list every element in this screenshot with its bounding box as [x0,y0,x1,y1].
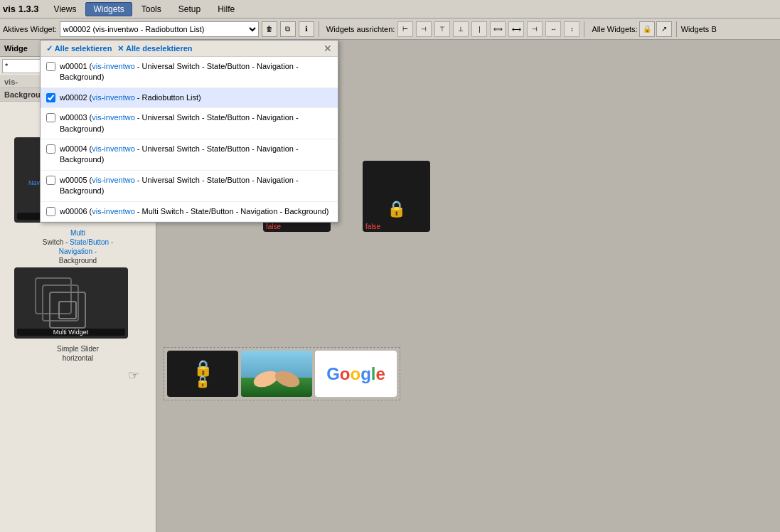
lock-all-btn[interactable]: 🔒 [639,21,655,37]
image-widget-svg [241,351,312,397]
svg-rect-8 [59,302,76,319]
dropdown-item-w00002[interactable]: w00002 (vis-inventwo - Radiobutton List) [41,88,338,108]
svg-text:Nav: Nav [28,179,41,186]
copy-widget-btn[interactable]: ⧉ [280,21,296,37]
checkbox-w00003[interactable] [46,113,55,122]
multi-title-switch: Switch - [43,238,70,246]
dropdown-item-w00004[interactable]: w00004 (vis-inventwo - Universal Switch … [41,139,338,171]
menu-hilfe[interactable]: Hilfe [210,2,242,16]
sidebar-header-label: Widge [4,44,28,53]
app-title: vis 1.3.3 [3,4,39,14]
align-stretch-h-btn[interactable]: ↔ [545,21,561,37]
alle-widgets-section: Alle Widgets: 🔒 ↗ [592,21,671,37]
multi-title-nav: Navigation - [59,248,97,255]
align-top-btn[interactable]: ⊤ [434,21,450,37]
canvas-widget-small-1[interactable]: 🔒 🔒 [167,351,238,397]
dropdown-item-text-w00006: w00006 (vis-inventwo - Multi Switch - St… [60,206,328,217]
align-middle-v-btn[interactable]: ⊥ [453,21,469,37]
multi-widget-card: Multi Switch - State/Button - Navigation… [14,228,142,339]
canvas-widget-image[interactable] [241,351,312,397]
checkbox-w00002[interactable] [46,93,55,102]
align-distribute-v-btn[interactable]: ⟷ [508,21,524,37]
menu-widgets[interactable]: Widgets [85,2,132,16]
yellow-icon-1: 🔒 [196,375,210,388]
menu-tools[interactable]: Tools [134,2,169,16]
dropdown-item-text-w00004: w00004 (vis-inventwo - Universal Switch … [60,144,332,166]
external-link-btn[interactable]: ↗ [656,21,672,37]
menu-views[interactable]: Views [46,2,85,16]
align-stretch-v-btn[interactable]: ↕ [564,21,579,37]
align-right-btn[interactable]: | [471,21,487,37]
google-text: Google [326,364,385,384]
multi-widget-svg [25,275,117,331]
align-left-btn[interactable]: ⊢ [397,21,413,37]
dropdown-item-w00003[interactable]: w00003 (vis-inventwo - Universal Switch … [41,108,338,139]
dropdown-item-text-w00005: w00005 (vis-inventwo - Universal Switch … [60,175,332,197]
dropdown-item-w00005[interactable]: w00005 (vis-inventwo - Universal Switch … [41,171,338,202]
checkbox-w00004[interactable] [46,144,55,154]
slider-title-2: horizontal [63,354,93,362]
widgets-b-label: Widgets B [681,25,717,33]
align-center-h-btn[interactable]: ⊣ [416,21,432,37]
widget-dropdown: ✓ Alle selektieren ✕ Alle deselektieren … [40,40,338,223]
align-bottom-btn[interactable]: ⊣ [527,21,543,37]
canvas-widget-2[interactable]: 🔒 false [363,161,430,232]
dropdown-header: ✓ Alle selektieren ✕ Alle deselektieren … [41,41,338,57]
slider-title-1: Simple Slider [57,345,99,353]
multi-widget-footer: Multi Widget [17,329,125,336]
deselect-all-btn[interactable]: ✕ Alle deselektieren [117,44,192,53]
canvas-bottom-row: 🔒 🔒 [164,347,400,400]
delete-widget-btn[interactable]: 🗑 [262,21,277,37]
svg-rect-6 [43,285,78,321]
menu-bar: vis 1.3.3 Views Widgets Tools Setup Hilf… [0,0,780,18]
multi-widget-title: Multi Switch - State/Button - Navigation… [14,228,142,265]
widget-label-2: false [363,221,430,232]
dropdown-item-w00006[interactable]: w00006 (vis-inventwo - Multi Switch - St… [41,202,338,222]
checkbox-w00005[interactable] [46,176,55,185]
dropdown-item-w00001[interactable]: w00001 (vis-inventwo - Universal Switch … [41,57,338,88]
dropdown-item-text-w00002: w00002 (vis-inventwo - Radiobutton List) [60,92,201,103]
active-widget-label: Aktives Widget: [3,25,57,33]
slider-widget-title: Simple Slider horizontal [14,344,142,363]
svg-rect-5 [36,278,71,314]
widget-label-1: false [263,221,331,232]
multi-title-multi: Multi [70,229,85,237]
align-distribute-h-btn[interactable]: ⟺ [490,21,506,37]
svg-rect-7 [50,292,85,328]
multi-widget-preview[interactable]: Multi Widget [14,267,128,339]
slider-widget-card: Simple Slider horizontal ☞ [14,344,142,386]
separator-2 [584,21,584,37]
separator-3 [676,21,677,37]
close-dropdown-btn[interactable]: ✕ [324,43,332,53]
alle-widgets-label: Alle Widgets: [592,25,637,33]
cursor-icon: ☞ [128,368,139,383]
align-label: Widgets ausrichten: [326,25,395,33]
checkbox-w00006[interactable] [46,207,55,216]
lock-icon-2: 🔒 [387,200,406,218]
svg-rect-10 [241,378,312,397]
canvas-widget-google[interactable]: Google [315,351,397,397]
select-all-btn[interactable]: ✓ Alle selektieren [46,44,112,53]
dropdown-item-text-w00003: w00003 (vis-inventwo - Universal Switch … [60,112,332,134]
menu-setup[interactable]: Setup [171,2,208,16]
dropdown-item-text-w00001: w00001 (vis-inventwo - Universal Switch … [60,61,332,83]
multi-title-bg: Background [59,257,97,265]
info-widget-btn[interactable]: ℹ [299,21,314,37]
toolbar: Aktives Widget: w00002 (vis-inventwo - R… [0,18,780,40]
separator-1 [319,21,319,37]
checkbox-w00001[interactable] [46,62,55,71]
widget-select[interactable]: w00002 (vis-inventwo - Radiobutton List) [60,21,259,37]
